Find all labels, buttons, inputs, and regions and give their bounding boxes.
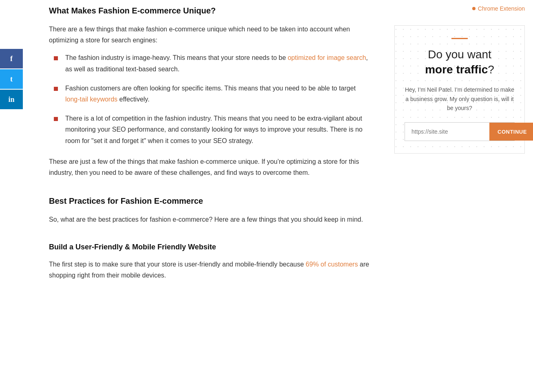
continue-button[interactable]: CONTINUE [489,123,533,141]
bullet-item-2: Fashion customers are often looking for … [57,83,370,105]
twitter-icon: t [10,73,13,85]
facebook-icon: f [10,53,13,65]
section1-outro: These are just a few of the things that … [49,156,370,178]
section-mobile-friendly: Build a User-Friendly & Mobile Friendly … [49,241,370,281]
widget-description: Hey, I’m Neil Patel. I’m determined to m… [405,85,515,112]
bullet2-text-before: Fashion customers are often looking for … [65,85,356,92]
widget-title-punctuation: ? [488,63,494,76]
bullet1-text-before: The fashion industry is image-heavy. Thi… [65,54,288,61]
bullet-item-3: There is a lot of competition in the fas… [57,113,370,146]
widget-title-bold: more traffic [425,63,488,76]
bullet1-link[interactable]: optimized for image search [288,54,366,61]
right-sidebar: Chrome Extension Do you want more traffi… [386,0,533,392]
section3-heading: Build a User-Friendly & Mobile Friendly … [49,241,370,253]
section3-text-before: The first step is to make sure that your… [49,261,306,268]
chrome-extension-label: Chrome Extension [478,4,525,13]
section2-heading: Best Practices for Fashion E-commerce [49,194,370,207]
twitter-button[interactable]: t [0,69,23,89]
bullet-list: The fashion industry is image-heavy. Thi… [57,52,370,146]
bullet-item-1: The fashion industry is image-heavy. Thi… [57,52,370,74]
section1-intro: There are a few things that make fashion… [49,24,370,46]
widget-accent-line [451,38,468,39]
linkedin-button[interactable]: in [0,90,23,109]
widget-form: CONTINUE [405,122,515,141]
linkedin-icon: in [8,94,14,106]
website-url-input[interactable] [405,123,489,141]
chrome-extension-link[interactable]: Chrome Extension [394,4,525,13]
section3-intro: The first step is to make sure that your… [49,259,370,281]
bullet3-text: There is a lot of competition in the fas… [65,115,363,144]
section3-link[interactable]: 69% of customers [306,261,358,268]
section-best-practices: Best Practices for Fashion E-commerce So… [49,194,370,225]
widget-title: Do you want more traffic? [405,47,515,77]
bullet2-link[interactable]: long-tail keywords [65,96,117,103]
traffic-widget: Do you want more traffic? Hey, I’m Neil … [394,25,525,154]
widget-title-line1: Do you want [428,48,491,61]
section-unique: What Makes Fashion E-commerce Unique? Th… [49,4,370,178]
chrome-extension-dot [472,7,475,10]
main-content: What Makes Fashion E-commerce Unique? Th… [37,0,386,392]
social-sidebar: f t in [0,49,23,109]
bullet2-text-after: effectively. [117,96,150,103]
section1-heading: What Makes Fashion E-commerce Unique? [49,4,370,17]
facebook-button[interactable]: f [0,49,23,68]
section2-intro: So, what are the best practices for fash… [49,214,370,225]
